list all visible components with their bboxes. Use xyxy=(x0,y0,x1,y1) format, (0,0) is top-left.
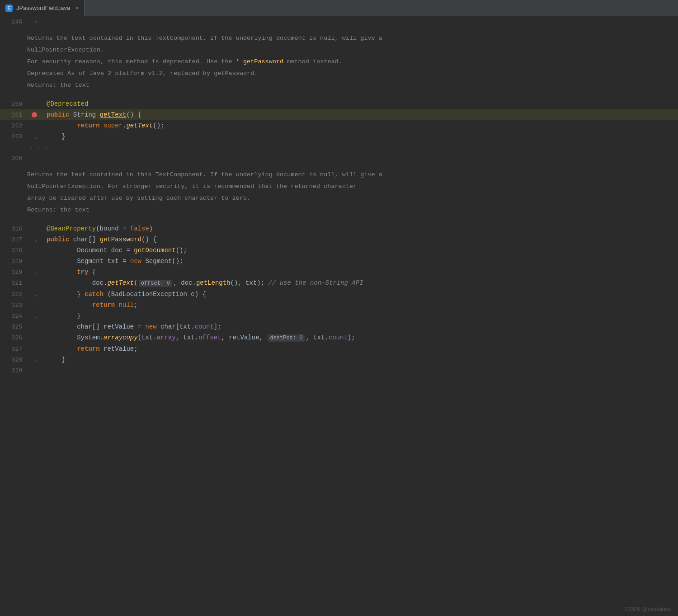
line-content-319: Segment txt = new Segment(); xyxy=(43,256,678,267)
breakpoint-icon xyxy=(32,112,37,118)
line-content-326: System.arraycopy(txt.array, txt.offset, … xyxy=(43,332,678,343)
line-content-320: try { xyxy=(43,267,678,277)
line-content-328: } xyxy=(43,354,678,365)
fold-icon-320: ⌄ xyxy=(35,269,38,275)
line-number-323: 323 xyxy=(0,302,29,309)
gutter-248: ✎ xyxy=(29,19,43,25)
tab-title: JPasswordField.java xyxy=(16,5,70,11)
gutter-261: ⌄ xyxy=(29,112,43,118)
gutter-324: ⌄ xyxy=(29,313,43,319)
line-number-316: 316 xyxy=(0,226,29,232)
doc1-line1: Returns the text contained in this TextC… xyxy=(27,33,678,43)
line-number-262: 262 xyxy=(0,122,29,129)
line-number-319: 319 xyxy=(0,258,29,265)
line-number-263: 263 xyxy=(0,133,29,140)
line-content-260: @Deprecated xyxy=(43,99,678,109)
line-number-322: 322 xyxy=(0,291,29,298)
tab-close-button[interactable]: × xyxy=(75,5,79,11)
table-row: 329 xyxy=(0,365,678,376)
line-content-321: doc.getText(offset: 0, doc.getLength(), … xyxy=(43,277,678,289)
line-content-327: return retValue; xyxy=(43,343,678,354)
line-content-262: return super.getText(); xyxy=(43,120,678,131)
table-row: 248 ✎ xyxy=(0,16,678,27)
line-number-260: 260 xyxy=(0,101,29,108)
line-number-306: 306 xyxy=(0,155,29,162)
gutter-328: ⌄ xyxy=(29,357,43,363)
line-content-323: return null; xyxy=(43,300,678,310)
active-tab[interactable]: C JPasswordField.java × xyxy=(0,0,85,16)
code-lines: 248 ✎ Returns the text contained in this… xyxy=(0,16,678,616)
doc-block-2: Returns the text contained in this TextC… xyxy=(0,164,678,223)
table-row: 319 Segment txt = new Segment(); xyxy=(0,256,678,267)
table-row: 316 @BeanProperty(bound = false) xyxy=(0,223,678,234)
line-content-263: } xyxy=(43,131,678,142)
tab-bar: C JPasswordField.java × xyxy=(0,0,678,16)
gutter-263: ⌄ xyxy=(29,134,43,140)
line-content-261: public String getText() { xyxy=(43,109,678,120)
line-number-324: 324 xyxy=(0,313,29,320)
table-row: 262 return super.getText(); xyxy=(0,120,678,131)
line-content-324: } xyxy=(43,310,678,321)
fold-icon-263: ⌄ xyxy=(35,134,38,140)
gutter-317: ⌄ xyxy=(29,237,43,243)
line-content-325: char[] retValue = new char[txt.count]; xyxy=(43,321,678,332)
line-number-321: 321 xyxy=(0,280,29,287)
line-content-317: public char[] getPassword() { xyxy=(43,234,678,245)
doc-block-1: Returns the text contained in this TextC… xyxy=(0,27,678,99)
table-row: 261 ⌄ public String getText() { xyxy=(0,109,678,120)
doc2-line3: array be cleared after use by setting ea… xyxy=(27,193,678,203)
table-row: 327 return retValue; xyxy=(0,343,678,354)
editor-container: C JPasswordField.java × 248 ✎ Returns th… xyxy=(0,0,678,616)
fold-icon-324: ⌄ xyxy=(35,313,38,319)
gutter-320: ⌄ xyxy=(29,269,43,275)
line-number-248: 248 xyxy=(0,19,29,25)
line-number-327: 327 xyxy=(0,346,29,353)
doc1-line2: NullPointerException. xyxy=(27,45,678,55)
doc2-line4: Returns: the text xyxy=(27,205,678,215)
doc2-line2: NullPointerException. For stronger secur… xyxy=(27,182,678,192)
table-row: 326 System.arraycopy(txt.array, txt.offs… xyxy=(0,332,678,343)
dots-separator: · · · xyxy=(29,144,48,151)
fold-icon-328: ⌄ xyxy=(35,357,38,363)
fold-icon-317: ⌄ xyxy=(35,237,38,243)
watermark: CSDN @okokabcd xyxy=(625,606,671,612)
table-row: 317 ⌄ public char[] getPassword() { xyxy=(0,234,678,245)
gutter-322: ⌄ xyxy=(29,292,43,297)
line-number-329: 329 xyxy=(0,367,29,374)
table-row: 320 ⌄ try { xyxy=(0,267,678,277)
line-content-322: } catch (BadLocationException e) { xyxy=(43,289,678,300)
fold-icon-261: ⌄ xyxy=(38,112,41,118)
doc1-line5: Returns: the text xyxy=(27,80,678,90)
line-number-326: 326 xyxy=(0,334,29,341)
table-row: 325 char[] retValue = new char[txt.count… xyxy=(0,321,678,332)
line-number-261: 261 xyxy=(0,112,29,118)
line-number-318: 318 xyxy=(0,247,29,254)
table-row: 318 Document doc = getDocument(); xyxy=(0,245,678,256)
table-row: 263 ⌄ } xyxy=(0,131,678,142)
table-row: 328 ⌄ } xyxy=(0,354,678,365)
table-row: 321 doc.getText(offset: 0, doc.getLength… xyxy=(0,277,678,289)
code-area: 248 ✎ Returns the text contained in this… xyxy=(0,16,678,616)
line-number-325: 325 xyxy=(0,324,29,330)
table-row: 260 @Deprecated xyxy=(0,99,678,109)
section-divider: · · · xyxy=(0,142,678,153)
line-number-320: 320 xyxy=(0,269,29,276)
table-row: 322 ⌄ } catch (BadLocationException e) { xyxy=(0,289,678,300)
table-row: 323 return null; xyxy=(0,300,678,310)
doc1-line4: Deprecated As of Java 2 platform v1.2, r… xyxy=(27,69,678,79)
table-row: 324 ⌄ } xyxy=(0,310,678,321)
line-number-317: 317 xyxy=(0,236,29,243)
table-row: 306 xyxy=(0,153,678,164)
edit-icon: ✎ xyxy=(35,19,38,25)
tab-file-icon: C xyxy=(5,5,13,12)
line-content-318: Document doc = getDocument(); xyxy=(43,245,678,256)
fold-icon-322: ⌄ xyxy=(35,292,38,297)
doc2-line1: Returns the text contained in this TextC… xyxy=(27,170,678,180)
line-number-328: 328 xyxy=(0,357,29,363)
doc1-line3: For security reasons, this method is dep… xyxy=(27,57,678,67)
line-content-316: @BeanProperty(bound = false) xyxy=(43,223,678,234)
